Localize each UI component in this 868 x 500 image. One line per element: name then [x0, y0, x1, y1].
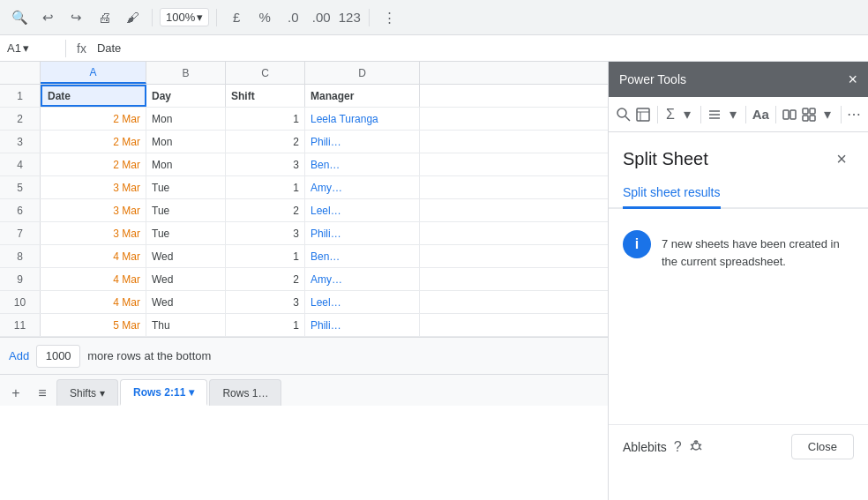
cell-c10[interactable]: 3 [226, 291, 305, 313]
cell-d1[interactable]: Manager [305, 85, 420, 107]
row-num[interactable]: 10 [0, 291, 41, 313]
pt-more-icon[interactable]: ⋯ [847, 101, 861, 129]
help-icon[interactable]: ? [674, 439, 682, 455]
redo-icon[interactable]: ↪ [64, 5, 88, 30]
cell-d8[interactable]: Ben… [305, 245, 420, 267]
pt-font-icon[interactable]: Aa [752, 101, 769, 129]
add-rows-button[interactable]: Add [9, 349, 29, 362]
cell-b7[interactable]: Tue [146, 222, 226, 244]
pt-grid4-chevron[interactable]: ▾ [820, 101, 834, 129]
row-num[interactable]: 5 [0, 176, 41, 198]
col-header-d[interactable]: D [305, 62, 420, 84]
cell-a3[interactable]: 2 Mar [41, 131, 146, 153]
cell-a11[interactable]: 5 Mar [41, 314, 146, 336]
cell-reference[interactable]: A1 ▾ [7, 41, 60, 55]
sheets-menu-button[interactable]: ≡ [30, 381, 55, 406]
cell-d11[interactable]: Phili… [305, 314, 420, 336]
zoom-control[interactable]: 100% ▾ [160, 8, 209, 26]
cell-b2[interactable]: Mon [146, 108, 226, 130]
cell-b1[interactable]: Day [146, 85, 226, 107]
dialog-close-footer-button[interactable]: Close [791, 434, 854, 459]
decrease-decimal-icon[interactable]: .0 [281, 5, 305, 30]
cell-c8[interactable]: 1 [226, 245, 305, 267]
cell-a6[interactable]: 3 Mar [41, 199, 146, 221]
print-icon[interactable]: 🖨 [92, 5, 116, 30]
undo-icon[interactable]: ↩ [35, 5, 60, 30]
pt-tool-icon-2[interactable] [635, 101, 651, 129]
dialog-close-button[interactable]: × [829, 146, 854, 171]
cell-a7[interactable]: 3 Mar [41, 222, 146, 244]
bug-report-icon[interactable] [689, 438, 703, 456]
currency-icon[interactable]: £ [224, 5, 249, 30]
cell-d5[interactable]: Amy… [305, 176, 420, 198]
cell-b3[interactable]: Mon [146, 131, 226, 153]
search-icon[interactable]: 🔍 [7, 5, 32, 30]
cell-d10[interactable]: Leel… [305, 291, 420, 313]
power-tools-toolbar: Σ ▾ ▾ Aa ▾ ⋯ [609, 97, 868, 132]
more-options-icon[interactable]: ⋮ [377, 5, 401, 30]
cell-c5[interactable]: 1 [226, 176, 305, 198]
cell-c7[interactable]: 3 [226, 222, 305, 244]
cell-a10[interactable]: 4 Mar [41, 291, 146, 313]
cell-b11[interactable]: Thu [146, 314, 226, 336]
pt-sigma-chevron[interactable]: ▾ [681, 101, 694, 129]
cell-c11[interactable]: 1 [226, 314, 305, 336]
tab-shifts[interactable]: Shifts ▾ [56, 379, 118, 406]
percent-icon[interactable]: % [252, 5, 277, 30]
svg-line-1 [625, 116, 630, 121]
cell-b5[interactable]: Tue [146, 176, 226, 198]
cell-d3[interactable]: Phili… [305, 131, 420, 153]
pt-sigma-icon[interactable]: Σ [663, 101, 677, 129]
col-header-b[interactable]: B [146, 62, 226, 84]
col-header-c[interactable]: C [226, 62, 305, 84]
row-num[interactable]: 7 [0, 222, 41, 244]
cell-c9[interactable]: 2 [226, 268, 305, 290]
row-num[interactable]: 6 [0, 199, 41, 221]
tab-rows-2-11[interactable]: Rows 2:11 ▾ [120, 379, 207, 406]
row-num[interactable]: 3 [0, 131, 41, 153]
cell-a5[interactable]: 3 Mar [41, 176, 146, 198]
paint-format-icon[interactable]: 🖌 [120, 5, 145, 30]
tab-rows-1[interactable]: Rows 1… [209, 379, 281, 406]
col-header-a[interactable]: A [41, 62, 146, 84]
pt-lines-icon[interactable] [707, 101, 722, 129]
cell-d2[interactable]: Leela Turanga [305, 108, 420, 130]
row-num[interactable]: 1 [0, 85, 41, 107]
tab-split-sheet-results[interactable]: Split sheet results [623, 178, 721, 209]
cell-b10[interactable]: Wed [146, 291, 226, 313]
pt-lines-chevron[interactable]: ▾ [726, 101, 739, 129]
cell-a8[interactable]: 4 Mar [41, 245, 146, 267]
cell-b4[interactable]: Mon [146, 153, 226, 175]
row-num[interactable]: 9 [0, 268, 41, 290]
cell-c2[interactable]: 1 [226, 108, 305, 130]
cell-c3[interactable]: 2 [226, 131, 305, 153]
add-rows-bar: Add more rows at the bottom [0, 337, 608, 374]
cell-b8[interactable]: Wed [146, 245, 226, 267]
cell-a1[interactable]: Date [41, 85, 146, 107]
power-tools-close-button[interactable]: × [848, 71, 857, 87]
increase-decimal-icon[interactable]: .00 [309, 5, 333, 30]
row-num[interactable]: 11 [0, 314, 41, 336]
pt-tool-icon-1[interactable] [616, 101, 632, 129]
row-num[interactable]: 4 [0, 153, 41, 175]
cell-c1[interactable]: Shift [226, 85, 305, 107]
cell-a9[interactable]: 4 Mar [41, 268, 146, 290]
row-num[interactable]: 2 [0, 108, 41, 130]
format-123-icon[interactable]: 123 [337, 5, 362, 30]
cell-c4[interactable]: 3 [226, 153, 305, 175]
cell-d7[interactable]: Phili… [305, 222, 420, 244]
cell-b9[interactable]: Wed [146, 268, 226, 290]
pt-merge-icon[interactable] [782, 101, 797, 129]
row-num[interactable]: 8 [0, 245, 41, 267]
cell-a2[interactable]: 2 Mar [41, 108, 146, 130]
cell-b6[interactable]: Tue [146, 199, 226, 221]
cell-c6[interactable]: 2 [226, 199, 305, 221]
pt-grid4-icon[interactable] [801, 101, 817, 129]
rows-count-input[interactable] [36, 345, 80, 368]
fx-icon: fx [71, 41, 92, 56]
cell-d4[interactable]: Ben… [305, 153, 420, 175]
cell-d9[interactable]: Amy… [305, 268, 420, 290]
add-sheet-button[interactable]: + [4, 381, 28, 406]
cell-d6[interactable]: Leel… [305, 199, 420, 221]
cell-a4[interactable]: 2 Mar [41, 153, 146, 175]
